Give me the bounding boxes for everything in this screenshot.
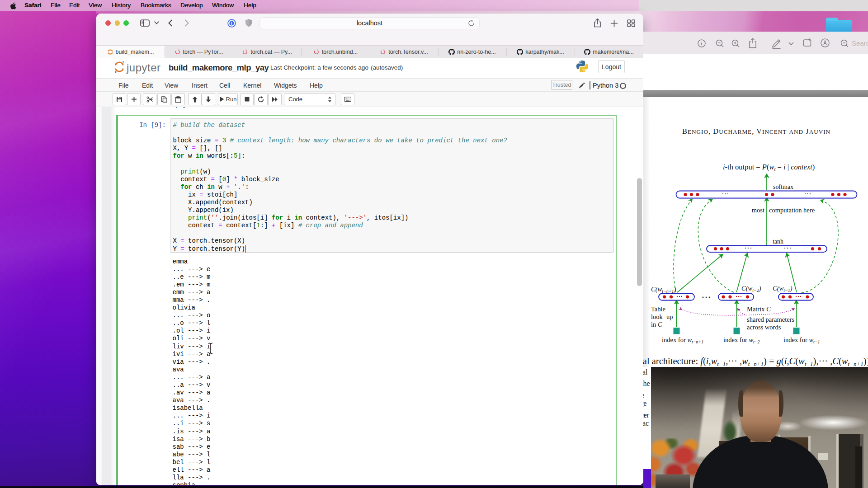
svg-text:softmax: softmax [773,183,793,190]
svg-text:index for wt−n+1: index for wt−n+1 [662,336,703,344]
svg-text:index for wt−1: index for wt−1 [783,336,820,344]
svg-text:BENGIO, DUCHARME, VINCENT AND: BENGIO, DUCHARME, VINCENT AND JAUVIN [682,127,830,136]
svg-text:computation here: computation here [769,206,815,214]
svg-text:C(wt−2): C(wt−2) [741,285,761,293]
svg-text:index for wt−2: index for wt−2 [723,336,760,344]
svg-text:ral architecture: f(i,wt−1,···: ral architecture: f(i,wt−1,··· ,wt−n+1) … [643,356,868,367]
svg-text:shared parameters: shared parameters [747,316,794,323]
svg-text:most: most [752,206,764,214]
svg-text:C(wt−n+1): C(wt−n+1) [651,286,676,294]
svg-text:C(wt−1): C(wt−1) [773,285,793,293]
svg-text:i-th output = P(wt = i | conte: i-th output = P(wt = i | context) [723,163,815,172]
svg-text:in C: in C [651,321,662,328]
svg-text:tanh: tanh [773,238,783,245]
svg-text:Matrix C: Matrix C [747,305,771,313]
svg-text:Table: Table [651,305,665,313]
svg-text:look−up: look−up [651,313,673,320]
svg-text:across words: across words [747,324,781,331]
